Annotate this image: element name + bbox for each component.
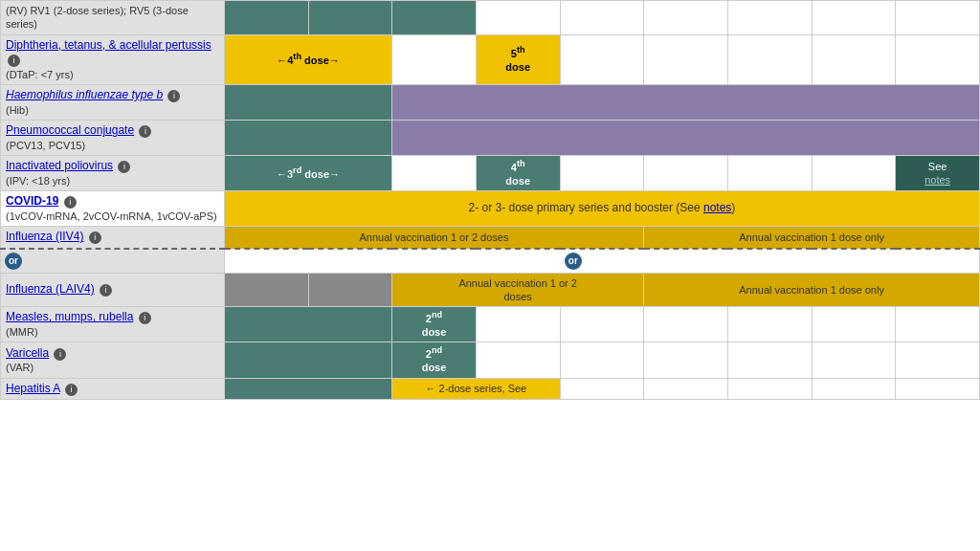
table-row-hepa: Hepatitis A i ← 2-dose series, See [1,378,980,400]
var-empty3 [644,342,728,378]
mmr-empty5 [812,307,896,342]
dtap-empty5 [812,34,896,84]
laiv4-link[interactable]: Influenza (LAIV4) [6,282,95,296]
ipv-empty1 [392,155,477,190]
pcv-info-icon[interactable]: i [139,125,151,138]
pcv-link[interactable]: Pneumococcal conjugate [6,123,134,137]
table-row-varicella: Varicella i (VAR) 2nddose [1,342,980,378]
hepa-link[interactable]: Hepatitis A [6,382,60,395]
mmr-empty4 [727,307,812,342]
ipv-empty2 [560,155,644,190]
laiv4-annual-1: Annual vaccination 1 dose only [644,273,980,307]
hib-sub: (Hib) [6,103,219,117]
or-badge: or [5,253,22,270]
ipv-empty5 [812,155,896,190]
dtap-info-icon[interactable]: i [8,55,20,67]
hepa-empty2 [644,378,728,400]
table-row-influenza-laiv4: Influenza (LAIV4) i Annual vaccination 1… [1,273,980,307]
or-badge-right: or [565,253,582,270]
rv-col6 [644,1,728,35]
hepa-empty3 [727,378,812,400]
rv-col4 [476,1,560,35]
pcv-sub: (PCV13, PCV15) [6,139,219,152]
table-row-influenza-iiv4: Influenza (IIV4) i Annual vaccination 1 … [1,227,980,249]
vaccine-label-ipv: Inactivated poliovirus i (IPV: <18 yrs) [1,155,225,190]
hepa-empty5 [896,378,980,400]
iiv4-link[interactable]: Influenza (IIV4) [6,230,83,243]
ipv-info-icon[interactable]: i [118,161,130,173]
table-row: (RV) RV1 (2-dose series); RV5 (3-dose se… [1,1,980,35]
varicella-link[interactable]: Varicella [6,346,49,360]
table-row-dtap: Diphtheria, tetanus, & acellular pertuss… [1,34,980,84]
table-row-covid: COVID-19 i (1vCOV-mRNA, 2vCOV-mRNA, 1vCO… [1,191,980,227]
ipv-notes-link[interactable]: notes [924,174,950,186]
laiv4-gray1 [224,273,308,307]
table-row-pcv: Pneumococcal conjugate i (PCV13, PCV15) [1,120,980,155]
var-empty6 [896,342,980,378]
rv-col7 [727,1,812,35]
mmr-empty6 [896,307,980,342]
ipv-4th-dose: 4thdose [476,155,560,190]
dtap-link[interactable]: Diphtheria, tetanus, & acellular pertuss… [6,38,212,52]
var-empty2 [560,342,644,378]
hib-link[interactable]: Haemophilus influenzae type b [6,88,163,101]
vaccine-label-mmr: Measles, mumps, rubella i (MMR) [1,307,225,342]
mmr-2nd-dose: 2nddose [392,307,477,342]
laiv4-annual-1-2: Annual vaccination 1 or 2doses [392,273,644,307]
ipv-link[interactable]: Inactivated poliovirus [6,159,113,172]
hepa-2dose-series: ← 2-dose series, See [392,378,560,400]
rv-col2 [308,1,392,35]
ipv-see-notes: Seenotes [896,155,980,190]
rv-col3 [392,1,477,35]
ipv-sub: (IPV: <18 yrs) [6,174,219,187]
dtap-empty4 [727,34,812,84]
var-empty1 [476,342,560,378]
iiv4-annual-1: Annual vaccination 1 dose only [644,227,980,249]
rv-col8 [812,1,896,35]
dtap-empty2 [560,34,644,84]
covid-notes-link[interactable]: notes [703,201,731,214]
mmr-empty2 [560,307,644,342]
varicella-info-icon[interactable]: i [54,348,66,361]
pcv-teal [224,120,391,155]
vaccine-label-hib: Haemophilus influenzae type b i (Hib) [1,85,225,121]
rv-col5 [560,1,644,35]
covid-sub: (1vCOV-mRNA, 2vCOV-mRNA, 1vCOV-aPS) [6,209,219,223]
hib-info-icon[interactable]: i [167,90,180,102]
hepa-info-icon[interactable]: i [65,384,78,396]
covid-info-icon[interactable]: i [64,196,77,209]
laiv4-info-icon[interactable]: i [100,284,112,297]
dtap-4th-dose: ←4th dose→ [224,34,391,84]
table-row-ipv: Inactivated poliovirus i (IPV: <18 yrs) … [1,155,980,190]
mmr-teal [224,307,391,342]
iiv4-annual-1-2: Annual vaccination 1 or 2 doses [224,227,643,249]
vaccine-label-hepa: Hepatitis A i [1,378,225,400]
dtap-empty6 [896,34,980,84]
covid-link[interactable]: COVID-19 [6,194,58,208]
rv-col1 [224,1,308,35]
ipv-3rd-dose: ←3rd dose→ [224,155,391,190]
hepa-empty4 [812,378,896,400]
mmr-link[interactable]: Measles, mumps, rubella [6,310,133,323]
iiv4-info-icon[interactable]: i [89,231,101,244]
or-label-cell: or [1,249,225,274]
vaccine-label-rv: (RV) RV1 (2-dose series); RV5 (3-dose se… [1,1,225,35]
table-row-mmr: Measles, mumps, rubella i (MMR) 2nddose [1,307,980,342]
hepa-empty1 [560,378,644,400]
var-empty4 [727,342,812,378]
var-empty5 [812,342,896,378]
hib-purple [392,85,980,121]
vaccine-label-iiv4: Influenza (IIV4) i [1,227,225,249]
vaccine-schedule-table: (RV) RV1 (2-dose series); RV5 (3-dose se… [0,0,980,400]
mmr-sub: (MMR) [6,325,219,339]
table-row-or: or or [1,249,980,274]
ipv-empty4 [727,155,812,190]
mmr-empty1 [476,307,560,342]
mmr-info-icon[interactable]: i [139,312,151,324]
laiv4-gray2 [308,273,392,307]
or-spacer: or [224,249,979,274]
vaccine-label-pcv: Pneumococcal conjugate i (PCV13, PCV15) [1,120,225,155]
vaccine-label-dtap: Diphtheria, tetanus, & acellular pertuss… [1,34,225,84]
dtap-5th-dose: 5thdose [476,34,560,84]
hib-teal [224,85,391,121]
